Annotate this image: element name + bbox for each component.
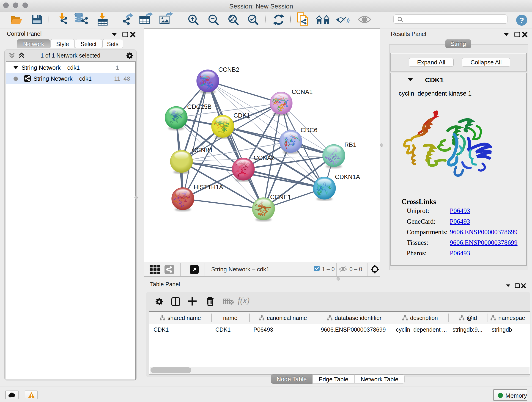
svg-text:CCNA1: CCNA1 <box>292 89 313 95</box>
svg-text:CDK1: CDK1 <box>234 112 250 119</box>
svg-text:CCNA2: CCNA2 <box>254 154 275 161</box>
svg-text:CDKN1A: CDKN1A <box>335 173 360 180</box>
svg-text:CCNB1: CCNB1 <box>192 147 213 153</box>
svg-text:HIST1H1A: HIST1H1A <box>194 184 223 191</box>
svg-text:CCNB2: CCNB2 <box>218 66 239 73</box>
svg-text:CDC6: CDC6 <box>301 127 317 134</box>
svg-text:RB1: RB1 <box>344 141 356 148</box>
svg-text:CCNE1: CCNE1 <box>270 194 291 201</box>
svg-text:CDC25B: CDC25B <box>187 103 212 110</box>
